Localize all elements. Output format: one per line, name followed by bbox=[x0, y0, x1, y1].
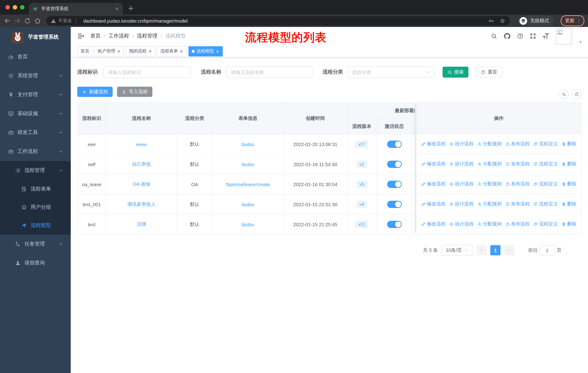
sidebar-item-user-group[interactable]: 用户分组 bbox=[0, 198, 71, 216]
sidebar-item-process-model[interactable]: 流程模型 bbox=[0, 216, 71, 235]
sidebar-fold-icon[interactable] bbox=[77, 32, 84, 40]
active-state-toggle[interactable] bbox=[387, 221, 401, 228]
tag-close-icon[interactable] bbox=[180, 49, 183, 53]
category-select[interactable] bbox=[347, 66, 435, 78]
minimize-window-button[interactable] bbox=[13, 5, 17, 10]
form-info-link[interactable]: biubiu bbox=[242, 141, 254, 147]
delete-process-link[interactable]: 删除 bbox=[561, 161, 577, 167]
goto-page-input[interactable] bbox=[540, 245, 555, 255]
toggle-search-button[interactable] bbox=[559, 90, 569, 99]
assign-rule-link[interactable]: 分配规则 bbox=[477, 221, 502, 227]
design-process-link[interactable]: 设计流程 bbox=[449, 141, 474, 147]
design-process-link[interactable]: 设计流程 bbox=[449, 221, 474, 227]
close-window-button[interactable] bbox=[5, 5, 10, 10]
user-avatar[interactable] bbox=[556, 28, 572, 44]
browser-tab[interactable]: 芋道管理系统 bbox=[29, 3, 123, 15]
sidebar-item-leave-query[interactable]: 请假查询 bbox=[0, 253, 71, 272]
tag-process-form[interactable]: 流程表单 bbox=[157, 46, 187, 56]
modify-process-link[interactable]: 修改流程 bbox=[421, 161, 446, 167]
sidebar-item-payment[interactable]: ¥ 支付管理 bbox=[0, 85, 71, 104]
back-icon[interactable] bbox=[4, 17, 11, 24]
password-key-icon[interactable] bbox=[488, 18, 494, 24]
process-name-link[interactable]: eeee bbox=[136, 141, 147, 147]
sidebar-item-home[interactable]: 首页 bbox=[0, 47, 71, 66]
publish-process-link[interactable]: 发布流程 bbox=[505, 181, 530, 187]
next-page-button[interactable] bbox=[504, 245, 514, 255]
modify-process-link[interactable]: 修改流程 bbox=[421, 221, 446, 227]
design-process-link[interactable]: 设计流程 bbox=[449, 201, 474, 207]
new-tab-icon[interactable] bbox=[127, 5, 135, 12]
form-info-link[interactable]: biubiu bbox=[242, 222, 254, 227]
form-info-link[interactable]: /bpm/oa/leave/create bbox=[226, 181, 270, 187]
form-info-link[interactable]: biubiu bbox=[242, 202, 254, 207]
browser-update-button[interactable]: 更新 bbox=[561, 15, 584, 26]
import-process-button[interactable]: 导入流程 bbox=[117, 87, 152, 97]
page-number-button[interactable]: 1 bbox=[490, 245, 501, 255]
search-icon[interactable] bbox=[491, 33, 497, 39]
assign-rule-link[interactable]: 分配规则 bbox=[477, 201, 502, 207]
user-menu-caret-icon[interactable] bbox=[578, 40, 583, 44]
refresh-table-button[interactable] bbox=[572, 90, 581, 99]
tag-close-icon[interactable] bbox=[148, 49, 152, 53]
process-definition-link[interactable]: 流程定义 bbox=[533, 161, 558, 167]
assign-rule-link[interactable]: 分配规则 bbox=[477, 141, 502, 147]
help-icon[interactable] bbox=[517, 33, 524, 39]
maximize-window-button[interactable] bbox=[20, 5, 24, 10]
form-info-link[interactable]: biubiu bbox=[242, 161, 254, 167]
tag-close-icon[interactable] bbox=[216, 49, 220, 53]
browser-menu-dots-icon[interactable] bbox=[576, 18, 581, 23]
breadcrumb-process-management[interactable]: 流程管理 bbox=[137, 33, 158, 39]
tag-process-model[interactable]: 流程模型 bbox=[189, 46, 223, 56]
sidebar-item-process-management[interactable]: 流程管理 bbox=[0, 161, 71, 180]
assign-rule-link[interactable]: 分配规则 bbox=[477, 181, 502, 187]
sidebar-item-infrastructure[interactable]: 基础设施 bbox=[0, 104, 71, 123]
home-icon[interactable] bbox=[34, 17, 41, 24]
process-definition-link[interactable]: 流程定义 bbox=[533, 221, 558, 227]
delete-process-link[interactable]: 删除 bbox=[561, 141, 577, 147]
breadcrumb-workflow[interactable]: 工作流程 bbox=[109, 33, 129, 39]
design-process-link[interactable]: 设计流程 bbox=[449, 181, 474, 187]
delete-process-link[interactable]: 删除 bbox=[561, 221, 577, 227]
active-state-toggle[interactable] bbox=[387, 141, 401, 148]
assign-rule-link[interactable]: 分配规则 bbox=[477, 161, 502, 167]
publish-process-link[interactable]: 发布流程 bbox=[505, 201, 530, 207]
process-name-input[interactable] bbox=[226, 66, 313, 78]
bookmark-star-icon[interactable] bbox=[499, 18, 506, 24]
forward-icon[interactable] bbox=[14, 17, 21, 24]
font-size-icon[interactable] bbox=[542, 32, 550, 40]
sidebar-item-task-management[interactable]: 任务管理 bbox=[0, 235, 71, 253]
active-state-toggle[interactable] bbox=[387, 161, 401, 168]
fullscreen-icon[interactable] bbox=[530, 33, 536, 39]
breadcrumb-home[interactable]: 首页 bbox=[90, 33, 101, 39]
process-key-input[interactable] bbox=[103, 66, 191, 78]
tag-close-icon[interactable] bbox=[117, 49, 121, 53]
sidebar-item-system[interactable]: 系统管理 bbox=[0, 66, 71, 85]
delete-process-link[interactable]: 删除 bbox=[561, 201, 577, 207]
prev-page-button[interactable] bbox=[476, 245, 487, 255]
sidebar-item-dev-tools[interactable]: 研发工具 bbox=[0, 123, 71, 142]
reset-button[interactable]: 重置 bbox=[476, 67, 502, 78]
sidebar-item-process-form[interactable]: 流程表单 bbox=[0, 180, 71, 198]
active-state-toggle[interactable] bbox=[387, 201, 401, 208]
process-definition-link[interactable]: 流程定义 bbox=[533, 201, 558, 207]
publish-process-link[interactable]: 发布流程 bbox=[505, 221, 530, 227]
reload-icon[interactable] bbox=[24, 17, 31, 24]
sidebar-item-workflow[interactable]: 工作流程 bbox=[0, 142, 71, 161]
tag-tenant-management[interactable]: 租户管理 bbox=[94, 46, 124, 56]
address-bar[interactable]: 不安全 dashboard.yudao.iocoder.cn/bpm/manag… bbox=[46, 16, 510, 26]
create-process-button[interactable]: 新建流程 bbox=[77, 87, 113, 97]
search-button[interactable]: 搜索 bbox=[442, 67, 468, 78]
github-icon[interactable] bbox=[504, 32, 511, 40]
modify-process-link[interactable]: 修改流程 bbox=[421, 141, 446, 147]
process-name-link[interactable]: 滔博 bbox=[137, 222, 146, 227]
active-state-toggle[interactable] bbox=[387, 181, 401, 188]
modify-process-link[interactable]: 修改流程 bbox=[421, 181, 446, 187]
design-process-link[interactable]: 设计流程 bbox=[449, 161, 474, 167]
modify-process-link[interactable]: 修改流程 bbox=[421, 201, 446, 207]
tag-my-process[interactable]: 我的流程 bbox=[126, 46, 155, 56]
tag-home[interactable]: 首页 bbox=[77, 46, 93, 56]
process-name-link[interactable]: 测试多审批人 bbox=[127, 202, 156, 207]
page-size-select[interactable]: 10条/页 bbox=[441, 245, 473, 256]
process-definition-link[interactable]: 流程定义 bbox=[533, 141, 558, 147]
publish-process-link[interactable]: 发布流程 bbox=[505, 161, 530, 167]
